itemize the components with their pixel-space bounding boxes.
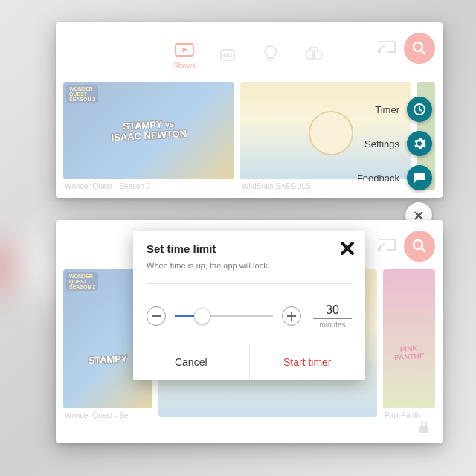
video-title: Wonder Quest - Season 2: [63, 179, 234, 190]
video-card[interactable]: PINKPANTHE Pink Panth: [383, 269, 435, 419]
dialog-close-button[interactable]: [337, 238, 358, 259]
dialog-title: Set time limit: [147, 242, 352, 255]
cast-icon[interactable]: [377, 39, 396, 58]
fab-label: Timer: [375, 104, 399, 115]
svg-rect-12: [152, 315, 161, 317]
video-title: Wonder Quest - Se: [63, 408, 152, 419]
svg-point-5: [313, 51, 322, 60]
svg-rect-11: [419, 426, 428, 433]
explore-icon[interactable]: [303, 42, 325, 65]
fab-settings[interactable]: Settings: [364, 131, 432, 156]
increment-button[interactable]: [282, 306, 301, 326]
screenshot-top: Shows WONDERQUESTSEASON 2: [56, 22, 443, 198]
fab-feedback[interactable]: Feedback: [357, 165, 432, 190]
video-card[interactable]: WONDERQUESTSEASON 2 STAMPY VSISAAC NEWTO…: [63, 82, 234, 190]
learning-icon[interactable]: [260, 42, 282, 65]
time-value: 30: [313, 303, 352, 319]
video-title: [158, 416, 377, 419]
feedback-icon: [407, 165, 432, 190]
search-button[interactable]: [404, 33, 435, 64]
cast-icon[interactable]: [377, 237, 396, 256]
slider-thumb[interactable]: [194, 308, 210, 324]
time-slider[interactable]: [175, 315, 273, 317]
shows-icon: [173, 38, 196, 60]
time-unit: minutes: [313, 321, 352, 329]
fab-label: Feedback: [357, 173, 399, 184]
gear-icon: [407, 131, 432, 156]
music-icon[interactable]: [216, 42, 239, 65]
svg-point-2: [224, 54, 227, 57]
svg-rect-14: [287, 315, 296, 317]
lock-icon[interactable]: [417, 419, 431, 437]
svg-point-9: [379, 248, 381, 251]
timer-dialog: Set time limit When time is up, the app …: [133, 231, 365, 380]
decrement-button[interactable]: [147, 306, 166, 326]
search-button[interactable]: [404, 231, 435, 262]
nav-tab-shows[interactable]: Shows: [173, 38, 196, 70]
dialog-subtitle: When time is up, the app will lock.: [147, 261, 352, 270]
svg-point-6: [379, 51, 381, 53]
svg-point-3: [228, 54, 231, 57]
clock-icon: [407, 97, 432, 122]
cancel-button[interactable]: Cancel: [133, 344, 250, 380]
screenshot-bottom: WONDERQUESTSEASON 2 STAMPY Wonder Quest …: [56, 220, 443, 443]
fab-label: Settings: [364, 138, 399, 149]
start-timer-button[interactable]: Start timer: [250, 344, 366, 380]
svg-rect-1: [221, 50, 234, 60]
video-title: Pink Panth: [383, 408, 435, 419]
fab-menu: Timer Settings Feedback: [357, 97, 432, 229]
svg-point-10: [414, 240, 422, 249]
nav-tab-label: Shows: [173, 62, 196, 70]
svg-point-4: [306, 51, 315, 60]
svg-rect-0: [176, 44, 193, 56]
fab-timer[interactable]: Timer: [375, 97, 432, 122]
svg-point-7: [414, 42, 422, 51]
